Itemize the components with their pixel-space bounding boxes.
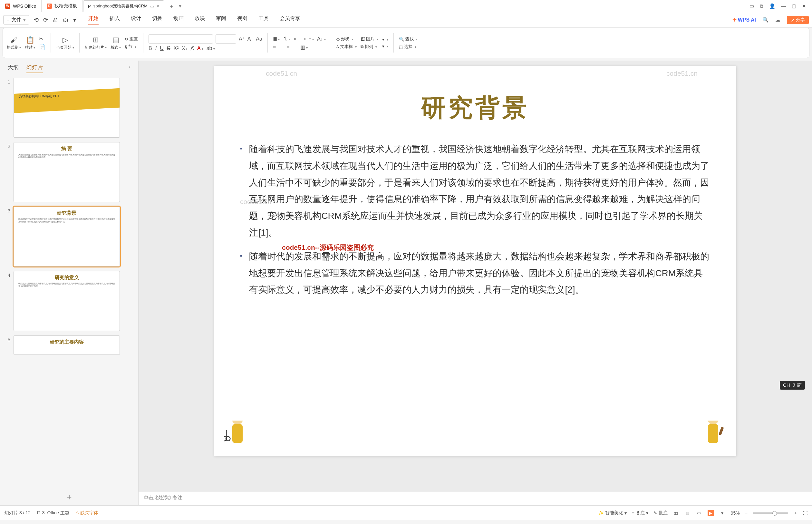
slide-thumbnail-3[interactable]: 研究背景随着科技的飞速发展与我国对技术人才的重视我国经济快速地朝着数字化经济转型… (14, 207, 120, 266)
image-button[interactable]: 🖼图片 (361, 36, 378, 42)
align-left-button[interactable]: ≡ (273, 45, 276, 50)
app-tab-docer[interactable]: D找稻壳模板 (42, 0, 82, 12)
format-painter-button[interactable]: 🖌格式刷 (7, 36, 21, 50)
layout-button[interactable]: ▤版式 (111, 36, 121, 50)
slide-title[interactable]: 研究背景 (240, 92, 711, 125)
smart-beautify-button[interactable]: ✨ 智能美化 ▾ (598, 510, 627, 516)
copy-button[interactable]: 📄 (39, 44, 46, 50)
paste-button[interactable]: 📋粘贴 (25, 36, 35, 50)
avatar-icon[interactable]: 👤 (769, 3, 775, 9)
wps-ai-button[interactable]: WPS AI (732, 17, 756, 23)
tab-member[interactable]: 会员专享 (280, 15, 300, 24)
slide-thumbnail-2[interactable]: 摘 要摘要内容摘要内容摘要内容摘要内容摘要内容摘要内容摘要内容摘要内容摘要内容摘… (14, 142, 120, 202)
slideshow-dropdown[interactable]: ▾ (719, 510, 726, 516)
thumbnail-list[interactable]: 1 宠物美容机构CRM系统 PPT 2 摘 要摘要内容摘要内容摘要内容摘要内容摘… (0, 75, 138, 489)
reading-view-button[interactable]: ▭ (696, 510, 702, 516)
search-icon[interactable]: 🔍 (762, 17, 769, 23)
collapse-panel-icon[interactable]: ‹ (129, 64, 131, 73)
text-direction-button[interactable]: A↓ (317, 36, 326, 42)
notes-pane[interactable]: 单击此处添加备注 (138, 492, 812, 505)
increase-indent-button[interactable]: ⇥ (301, 36, 305, 42)
tab-animation[interactable]: 动画 (173, 15, 184, 24)
add-slide-button[interactable]: ＋ (65, 492, 73, 502)
effects-dropdown[interactable]: ▾ (382, 44, 388, 49)
ime-indicator[interactable]: CH ☽ 简 (780, 381, 805, 390)
change-case-button[interactable]: Aa (256, 36, 262, 42)
fit-window-button[interactable]: ⛶ (803, 510, 808, 515)
close-tab-icon[interactable]: × (156, 3, 159, 9)
notes-toggle-button[interactable]: ≡ 备注 ▾ (632, 510, 648, 516)
bullet-list-button[interactable]: ≣ (273, 36, 280, 42)
redo-button[interactable]: ⟳ (43, 16, 48, 23)
slide-thumbnail-1[interactable]: 宠物美容机构CRM系统 PPT (14, 78, 120, 137)
tab-transition[interactable]: 切换 (152, 15, 162, 24)
tab-slideshow[interactable]: 放映 (195, 15, 205, 24)
font-family-select[interactable] (149, 34, 213, 44)
superscript-button[interactable]: X² (173, 46, 179, 51)
bold-button[interactable]: B (149, 46, 152, 51)
arrange-button[interactable]: ⧉排列 (361, 44, 378, 50)
quick-dropdown-icon[interactable]: ▾ (73, 16, 76, 23)
zoom-out-button[interactable]: − (745, 510, 748, 515)
doc-dropdown-icon[interactable]: ▭ (150, 4, 154, 9)
app-tab-wps[interactable]: WWPS Office (0, 0, 42, 12)
zoom-in-button[interactable]: ＋ (793, 510, 798, 516)
share-button[interactable]: ↗分享 (787, 16, 809, 24)
underline-button[interactable]: U (160, 46, 164, 51)
new-tab-button[interactable]: ＋ (164, 2, 179, 10)
reset-button[interactable]: ↺重置 (125, 36, 138, 42)
maximize-button[interactable]: ▢ (792, 3, 796, 9)
decrease-font-button[interactable]: A⁻ (247, 36, 253, 42)
theme-indicator[interactable]: 🗋 3_Office 主题 (36, 510, 69, 516)
cloud-sync-icon[interactable]: ☁ (775, 17, 780, 23)
tab-view[interactable]: 视图 (237, 15, 247, 24)
slide-thumbnail-5[interactable]: 研究的主要内容 (14, 335, 120, 355)
play-from-current-button[interactable]: ▷当页开始 (56, 36, 74, 50)
outline-tab[interactable]: 大纲 (8, 64, 19, 73)
slideshow-button[interactable]: ▶ (708, 510, 714, 516)
highlight-button[interactable]: ab (206, 46, 215, 51)
comments-toggle-button[interactable]: ✎ 批注 (653, 510, 668, 516)
new-tab-dropdown-icon[interactable]: ▾ (179, 3, 181, 9)
font-color-button[interactable]: A (197, 46, 203, 51)
number-list-button[interactable]: ⒈ (283, 35, 291, 42)
font-size-select[interactable] (216, 34, 236, 44)
minimize-button[interactable]: — (781, 3, 786, 9)
slide-thumbnail-4[interactable]: 研究的意义研究意义内容研究意义内容研究意义内容研究意义内容研究意义内容研究意义内… (14, 271, 120, 331)
document-tab[interactable]: Pspringboot宠物美容机构CRM▭× (83, 0, 164, 12)
open-button[interactable]: 🗂 (63, 16, 69, 23)
tab-review[interactable]: 审阅 (216, 15, 226, 24)
tab-design[interactable]: 设计 (131, 15, 141, 24)
undo-button[interactable]: ⟲ (34, 16, 39, 23)
missing-font-warning[interactable]: ⚠ 缺失字体 (75, 510, 99, 516)
increase-font-button[interactable]: A⁺ (239, 36, 245, 42)
workspace-icon[interactable]: ⧉ (760, 3, 763, 9)
panel-icon[interactable]: ▭ (749, 3, 754, 9)
strikethrough-button[interactable]: S (167, 46, 170, 51)
print-button[interactable]: 🖨 (52, 16, 58, 23)
slide-canvas[interactable]: 研究背景 随着科技的飞速发展与我国对技术人才的重视，我国经济快速地朝着数字化经济… (214, 66, 736, 456)
textbox-button[interactable]: A文本框 (336, 44, 357, 50)
align-center-button[interactable]: ≣ (279, 44, 283, 50)
section-button[interactable]: §节 (125, 44, 138, 50)
subscript-button[interactable]: X₂ (182, 46, 187, 52)
slide-body[interactable]: 随着科技的飞速发展与我国对技术人才的重视，我国经济快速地朝着数字化经济转型。尤其… (240, 141, 711, 298)
file-menu-button[interactable]: ≡文件▾ (3, 15, 29, 24)
line-spacing-button[interactable]: ↕ (309, 36, 314, 42)
decrease-indent-button[interactable]: ⇤ (294, 36, 298, 42)
align-right-button[interactable]: ≡ (286, 45, 289, 50)
italic-button[interactable]: I (155, 46, 156, 51)
cut-button[interactable]: ✂ (39, 36, 46, 42)
sorter-view-button[interactable]: ▩ (684, 510, 691, 516)
align-justify-button[interactable]: ≣ (293, 44, 297, 50)
close-window-button[interactable]: ✕ (802, 3, 806, 9)
style-dropdown[interactable]: ▾ (382, 37, 388, 42)
normal-view-button[interactable]: ▦ (673, 510, 679, 516)
columns-button[interactable]: ▥ (300, 44, 308, 50)
tab-insert[interactable]: 插入 (110, 15, 120, 24)
clear-format-button[interactable]: A̸ (190, 46, 194, 52)
zoom-level[interactable]: 95% (731, 510, 740, 515)
zoom-slider[interactable] (753, 512, 788, 514)
select-button[interactable]: ⬚选择 (399, 44, 418, 50)
shape-button[interactable]: ◇形状 (336, 36, 357, 42)
